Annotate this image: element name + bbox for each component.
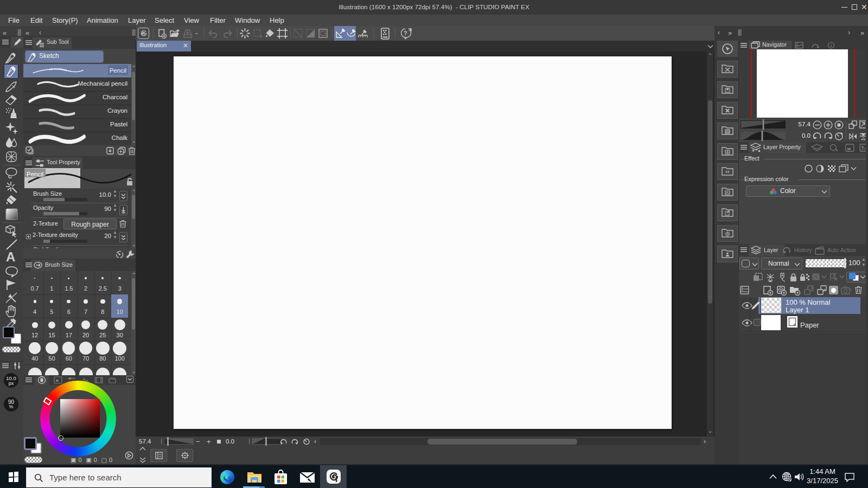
svg-text:?: ? — [404, 30, 407, 36]
